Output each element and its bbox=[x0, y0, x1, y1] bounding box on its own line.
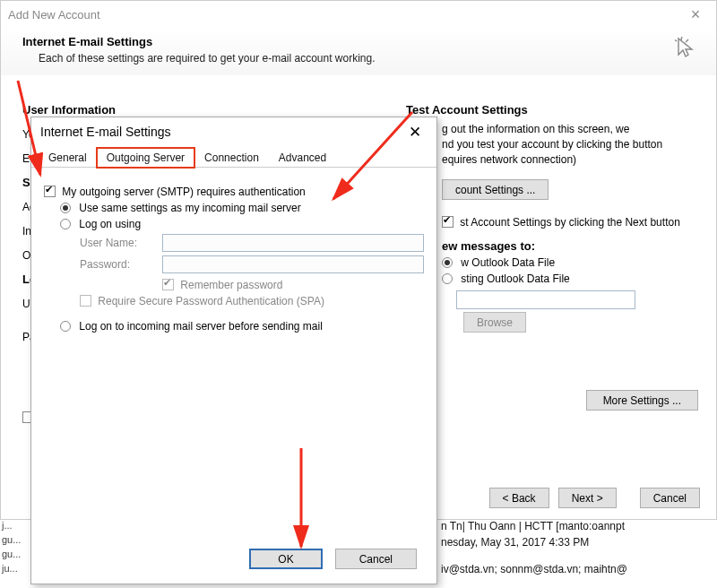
remember-password-label: Remember password bbox=[180, 279, 282, 291]
test-desc-line: nd you test your account by clicking the… bbox=[406, 137, 702, 152]
radio-icon[interactable] bbox=[60, 219, 71, 229]
password-input bbox=[162, 255, 424, 273]
close-icon[interactable]: ✕ bbox=[402, 123, 428, 142]
test-desc-line: equires network connection) bbox=[406, 152, 702, 168]
next-button[interactable]: Next > bbox=[558, 488, 617, 508]
checkbox-icon bbox=[162, 279, 174, 290]
more-settings-button[interactable]: More Settings ... bbox=[586, 390, 698, 411]
cancel-button[interactable]: Cancel bbox=[335, 549, 417, 569]
user-name-input bbox=[162, 234, 424, 252]
section-test-account: Test Account Settings bbox=[406, 103, 702, 117]
cancel-button[interactable]: Cancel bbox=[640, 488, 700, 508]
tab-advanced[interactable]: Advanced bbox=[269, 148, 336, 167]
test-account-button[interactable]: count Settings ... bbox=[442, 179, 549, 200]
dialog-titlebar: Internet E-mail Settings ✕ bbox=[31, 117, 436, 146]
section-user-info: User Information bbox=[22, 103, 408, 117]
new-pst-label: w Outlook Data File bbox=[461, 256, 555, 269]
window-title: Add New Account bbox=[8, 8, 100, 22]
test-desc-line: g out the information on this screen, we bbox=[406, 122, 702, 137]
bg-fragment: n Tn| Thu Oann | HCTT [manto:oannpt bbox=[441, 520, 625, 532]
close-icon[interactable]: × bbox=[682, 5, 709, 24]
title-bar: Add New Account × bbox=[1, 1, 716, 28]
requires-auth-label: My outgoing server (SMTP) requires authe… bbox=[62, 186, 305, 198]
use-same-label: Use same settings as my incoming mail se… bbox=[79, 202, 300, 214]
dialog-body: My outgoing server (SMTP) requires authe… bbox=[31, 168, 436, 333]
bg-fragment: iv@stda.vn; sonnm@stda.vn; maihtn@ bbox=[441, 563, 627, 575]
header-description: Each of these settings are required to g… bbox=[22, 48, 702, 65]
cursor-icon bbox=[675, 37, 700, 62]
section-deliver: ew messages to: bbox=[442, 239, 702, 253]
tab-bar: General Outgoing Server Connection Advan… bbox=[31, 146, 436, 168]
radio-icon[interactable] bbox=[60, 203, 71, 213]
radio-icon[interactable] bbox=[60, 321, 71, 332]
header-title: Internet E-mail Settings bbox=[22, 35, 702, 48]
back-button[interactable]: < Back bbox=[489, 488, 549, 508]
radio-icon[interactable] bbox=[442, 273, 453, 284]
checkbox-icon[interactable] bbox=[442, 216, 454, 228]
user-name-label: User Name: bbox=[80, 237, 162, 249]
ok-button[interactable]: OK bbox=[249, 549, 322, 569]
bg-fragment: nesday, May 31, 2017 4:33 PM bbox=[441, 536, 589, 549]
password-label: Password: bbox=[80, 258, 162, 271]
tab-general[interactable]: General bbox=[39, 148, 97, 167]
right-column: Test Account Settings g out the informat… bbox=[406, 103, 702, 411]
dialog-buttons: OK Cancel bbox=[249, 549, 417, 569]
logon-before-send-label: Log on to incoming mail server before se… bbox=[79, 320, 322, 333]
email-settings-dialog: Internet E-mail Settings ✕ General Outgo… bbox=[30, 117, 437, 584]
wizard-buttons: < Back Next > Cancel bbox=[489, 488, 700, 508]
tab-outgoing-server[interactable]: Outgoing Server bbox=[97, 148, 194, 168]
dialog-title: Internet E-mail Settings bbox=[40, 125, 171, 139]
checkbox-icon bbox=[80, 295, 91, 307]
auto-test-label: st Account Settings by clicking the Next… bbox=[460, 216, 679, 229]
header-banner: Internet E-mail Settings Each of these s… bbox=[1, 28, 716, 75]
radio-icon[interactable] bbox=[442, 257, 453, 268]
pst-path-input[interactable] bbox=[456, 290, 635, 309]
require-spa-label: Require Secure Password Authentication (… bbox=[98, 295, 324, 307]
existing-pst-label: sting Outlook Data File bbox=[461, 272, 569, 285]
tab-connection[interactable]: Connection bbox=[194, 148, 269, 167]
checkbox-icon[interactable] bbox=[44, 186, 56, 197]
log-on-using-label: Log on using bbox=[79, 218, 141, 230]
browse-button[interactable]: Browse bbox=[463, 312, 526, 333]
